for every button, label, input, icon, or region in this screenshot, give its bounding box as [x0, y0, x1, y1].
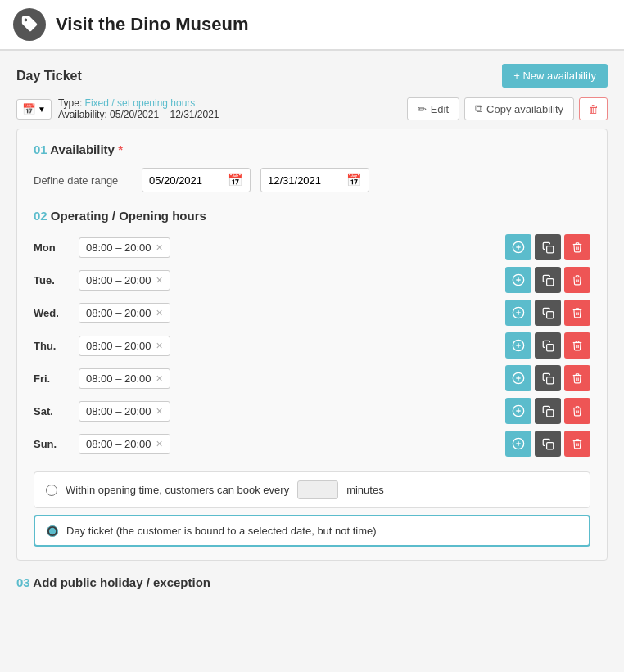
delete-button[interactable]: 🗑: [579, 97, 608, 120]
ticket-info-row: 📅 ▼ Type: Fixed / set opening hours Avai…: [16, 97, 608, 120]
day-rows-container: Mon 08:00 – 20:00 × Tue. 08:00 – 20:00: [34, 234, 590, 457]
delete-time-button-3[interactable]: [564, 332, 590, 359]
add-time-button-1[interactable]: [505, 267, 531, 293]
copy-time-button-4[interactable]: [535, 365, 561, 391]
step-03-label: Add public holiday / exception: [33, 575, 210, 589]
copy-time-button-2[interactable]: [535, 300, 561, 326]
day-row-actions-6: [505, 431, 590, 457]
main-content: Day Ticket + New availability 📅 ▼ Type: …: [0, 51, 624, 602]
time-remove-btn-3[interactable]: ×: [156, 340, 163, 351]
copy-availability-button[interactable]: ⧉ Copy availability: [464, 97, 574, 120]
edit-button[interactable]: ✏ ✏ Edit Edit: [407, 97, 459, 120]
delete-time-button-1[interactable]: [564, 267, 590, 293]
booking-options: Within opening time, customers can book …: [34, 471, 590, 547]
time-value-1: 08:00 – 20:00: [86, 274, 151, 286]
day-row-actions-2: [505, 300, 590, 326]
svg-rect-19: [546, 377, 553, 383]
add-time-button-4[interactable]: [505, 365, 531, 391]
delete-time-button-2[interactable]: [564, 300, 590, 326]
add-time-button-2[interactable]: [505, 300, 531, 326]
booking-option-interval-label-pre: Within opening time, customers can book …: [66, 484, 289, 496]
tag-icon: [20, 15, 38, 35]
day-label-0: Mon: [34, 241, 79, 254]
start-date-input-wrap: 📅: [142, 168, 251, 192]
time-remove-btn-5[interactable]: ×: [156, 405, 163, 417]
type-label: Type:: [58, 97, 82, 109]
copy-icon: ⧉: [475, 102, 482, 115]
day-row-actions-0: [505, 234, 590, 260]
step-01-num: 01: [34, 142, 47, 156]
copy-time-button-0[interactable]: [535, 234, 561, 260]
availability-value: 05/20/2021 – 12/31/2021: [110, 109, 219, 120]
day-row-actions-1: [505, 267, 590, 293]
day-label-5: Sat.: [34, 405, 79, 417]
minutes-input[interactable]: [297, 480, 338, 499]
step-02-header: 02 Operating / Opening hours: [34, 209, 590, 223]
time-remove-btn-4[interactable]: ×: [156, 372, 163, 384]
calendar-toggle-button[interactable]: 📅 ▼: [16, 99, 52, 120]
delete-time-button-6[interactable]: [564, 431, 590, 457]
time-tag-5: 08:00 – 20:00 ×: [79, 401, 170, 422]
page-header: Visit the Dino Museum: [0, 0, 624, 50]
day-ticket-section-header: Day Ticket + New availability: [16, 64, 608, 88]
time-value-2: 08:00 – 20:00: [86, 307, 151, 319]
availability-label: Availability:: [58, 109, 107, 120]
time-remove-btn-6[interactable]: ×: [156, 438, 163, 449]
booking-option-interval-radio[interactable]: [46, 485, 57, 496]
header-icon-wrap: [13, 8, 46, 41]
delete-time-button-5[interactable]: [564, 398, 590, 424]
new-availability-button[interactable]: + New availability: [502, 64, 608, 88]
booking-option-day-ticket-label: Day ticket (the customer is bound to a s…: [66, 525, 377, 537]
time-remove-btn-0[interactable]: ×: [156, 241, 163, 253]
delete-time-button-0[interactable]: [564, 234, 590, 260]
start-date-calendar-icon[interactable]: 📅: [228, 173, 243, 187]
page-title: Visit the Dino Museum: [56, 14, 249, 35]
svg-rect-7: [546, 278, 553, 285]
date-range-label: Define date range: [34, 174, 132, 187]
trash-icon: 🗑: [588, 103, 599, 115]
time-value-3: 08:00 – 20:00: [86, 340, 151, 352]
svg-rect-23: [546, 409, 553, 416]
add-time-button-3[interactable]: [505, 332, 531, 359]
time-tag-1: 08:00 – 20:00 ×: [79, 270, 170, 291]
end-date-input-wrap: 📅: [260, 168, 369, 192]
day-row-actions-5: [505, 398, 590, 424]
copy-time-button-1[interactable]: [535, 267, 561, 293]
end-date-input[interactable]: [268, 174, 341, 187]
booking-option-interval: Within opening time, customers can book …: [34, 471, 590, 508]
step-03-preview: 03 Add public holiday / exception: [16, 575, 608, 589]
end-date-calendar-icon[interactable]: 📅: [346, 173, 362, 187]
copy-time-button-5[interactable]: [535, 398, 561, 424]
time-value-4: 08:00 – 20:00: [86, 372, 151, 385]
svg-rect-15: [546, 344, 553, 350]
step-01-label: Availability: [50, 142, 115, 156]
svg-rect-3: [546, 246, 553, 252]
add-time-button-0[interactable]: [505, 234, 531, 260]
copy-time-button-6[interactable]: [535, 431, 561, 457]
ticket-actions: ✏ ✏ Edit Edit ⧉ Copy availability 🗑: [407, 97, 608, 120]
day-row: Thu. 08:00 – 20:00 ×: [34, 332, 590, 359]
day-row: Sat. 08:00 – 20:00 ×: [34, 398, 590, 424]
delete-time-button-4[interactable]: [564, 365, 590, 391]
ticket-info-left: 📅 ▼ Type: Fixed / set opening hours Avai…: [16, 97, 219, 120]
type-value: Fixed / set opening hours: [85, 97, 196, 109]
day-label-3: Thu.: [34, 340, 79, 352]
date-range-row: Define date range 📅 📅: [34, 168, 590, 192]
step-02-num: 02: [34, 209, 47, 223]
start-date-input[interactable]: [149, 174, 223, 187]
day-row: Wed. 08:00 – 20:00 ×: [34, 300, 590, 326]
svg-rect-11: [546, 311, 553, 318]
time-remove-btn-2[interactable]: ×: [156, 307, 163, 318]
booking-option-interval-label-post: minutes: [346, 484, 384, 496]
add-time-button-5[interactable]: [505, 398, 531, 424]
time-remove-btn-1[interactable]: ×: [156, 274, 163, 286]
availability-card: 01 Availability * Define date range 📅 📅 …: [16, 129, 608, 561]
time-value-6: 08:00 – 20:00: [86, 438, 151, 450]
day-row-actions-3: [505, 332, 590, 359]
calendar-icon: 📅: [22, 103, 36, 115]
day-row: Mon 08:00 – 20:00 ×: [34, 234, 590, 260]
booking-option-day-ticket-radio[interactable]: [47, 525, 58, 537]
copy-time-button-3[interactable]: [535, 332, 561, 359]
add-time-button-6[interactable]: [505, 431, 531, 457]
day-label-4: Fri.: [34, 372, 79, 385]
